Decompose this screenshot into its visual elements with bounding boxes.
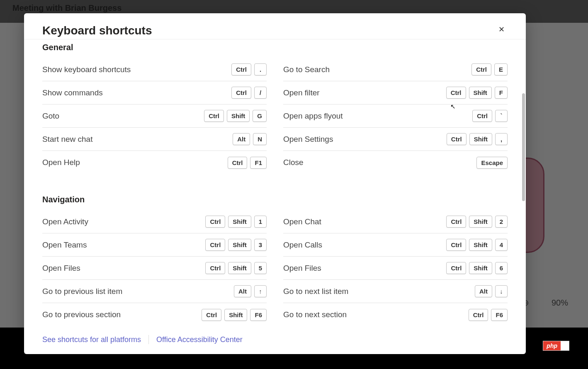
key-badge: E	[494, 63, 508, 75]
shortcut-row: Open FilesCtrlShift5	[42, 257, 267, 280]
shortcut-label: Go to next list item	[283, 287, 348, 296]
key-badge: Ctrl	[446, 262, 466, 274]
key-badge: Shift	[469, 239, 492, 251]
key-badge: Ctrl	[228, 157, 248, 169]
key-badge: Shift	[228, 216, 251, 228]
key-badge: /	[254, 87, 267, 99]
link-all-platforms[interactable]: See shortcuts for all platforms	[42, 335, 141, 344]
key-badge: 2	[495, 216, 508, 228]
key-badge: 5	[254, 262, 267, 274]
shortcut-keys: CtrlShift2	[446, 216, 508, 228]
shortcut-keys: Ctrl`	[472, 110, 508, 122]
shortcut-label: Go to previous list item	[42, 287, 122, 296]
key-badge: Shift	[469, 87, 492, 99]
shortcut-label: Open Chat	[283, 217, 321, 226]
shortcut-label: Open Calls	[283, 240, 322, 250]
key-badge: 4	[495, 239, 508, 251]
shortcut-label: Close	[283, 158, 304, 167]
modal-footer: See shortcuts for all platforms Office A…	[24, 329, 526, 354]
shortcut-row: Open TeamsCtrlShift3	[42, 233, 267, 257]
shortcut-label: Go to previous section	[42, 310, 121, 319]
key-badge: Escape	[476, 157, 508, 169]
shortcut-row: Open filterCtrlShiftF	[283, 81, 508, 104]
shortcut-row: Show keyboard shortcutsCtrl.	[42, 58, 267, 81]
key-badge: Ctrl	[446, 87, 466, 99]
key-badge: Ctrl	[202, 309, 221, 321]
modal-header: Keyboard shortcuts ✕	[24, 13, 526, 39]
key-badge: ,	[495, 133, 508, 145]
key-badge: Shift	[469, 262, 492, 274]
close-icon: ✕	[498, 25, 505, 34]
shortcut-keys: CtrlShift,	[447, 133, 508, 145]
shortcut-row: Go to previous sectionCtrlShiftF6	[42, 303, 267, 326]
shortcut-row: Open ChatCtrlShift2	[283, 210, 508, 233]
key-badge: 6	[495, 262, 508, 274]
key-badge: Ctrl	[446, 216, 466, 228]
key-badge: Ctrl	[472, 110, 492, 122]
shortcut-row: CloseEscape	[283, 151, 508, 174]
key-badge: Shift	[224, 309, 247, 321]
modal-title: Keyboard shortcuts	[42, 24, 152, 37]
scrollbar-thumb[interactable]	[522, 93, 525, 201]
shortcut-label: Show commands	[42, 88, 103, 97]
key-badge: Shift	[469, 133, 492, 145]
shortcut-label: Open Settings	[283, 135, 333, 144]
key-badge: Ctrl	[205, 239, 225, 251]
column-left: Open ActivityCtrlShift1Open TeamsCtrlShi…	[42, 210, 267, 326]
shortcut-keys: CtrlShift4	[446, 239, 508, 251]
key-badge: Ctrl	[446, 239, 466, 251]
key-badge: Shift	[228, 262, 251, 274]
shortcut-keys: CtrlShift3	[205, 239, 267, 251]
shortcut-keys: Escape	[476, 157, 508, 169]
key-badge: Ctrl	[469, 309, 488, 321]
shortcut-label: Show keyboard shortcuts	[42, 65, 131, 74]
key-badge: Shift	[228, 239, 251, 251]
key-badge: F6	[491, 309, 508, 321]
shortcut-label: Open Help	[42, 158, 80, 167]
shortcut-row: Go to next list itemAlt↓	[283, 280, 508, 303]
shortcut-keys: Ctrl.	[231, 63, 267, 75]
shortcut-row: Open apps flyoutCtrl`	[283, 104, 508, 128]
shortcut-label: Open apps flyout	[283, 112, 343, 121]
link-accessibility[interactable]: Office Accessibility Center	[156, 335, 243, 344]
key-badge: Ctrl	[204, 110, 224, 122]
shortcut-row: Go to SearchCtrlE	[283, 58, 508, 81]
shortcut-label: Open Files	[283, 264, 321, 273]
shortcut-keys: CtrlShiftF6	[202, 309, 267, 321]
shortcut-label: Open Activity	[42, 217, 88, 226]
key-badge: ↑	[254, 285, 267, 297]
key-badge: ↓	[495, 285, 508, 297]
column-right: Go to SearchCtrlEOpen filterCtrlShiftFOp…	[283, 58, 508, 174]
close-button[interactable]: ✕	[495, 23, 508, 36]
key-badge: Ctrl	[205, 262, 225, 274]
shortcut-label: Goto	[42, 112, 59, 121]
key-badge: Alt	[233, 133, 250, 145]
shortcut-keys: CtrlShiftG	[204, 110, 267, 122]
key-badge: Alt	[234, 285, 251, 297]
shortcut-row: Start new chatAltN	[42, 128, 267, 151]
key-badge: Shift	[469, 216, 492, 228]
section-navigation: Open ActivityCtrlShift1Open TeamsCtrlShi…	[42, 210, 508, 326]
shortcut-keys: CtrlShift5	[205, 262, 267, 274]
shortcut-keys: Ctrl/	[231, 87, 267, 99]
shortcut-row: Open ActivityCtrlShift1	[42, 210, 267, 233]
shortcut-row: Go to next sectionCtrlF6	[283, 303, 508, 326]
key-badge: Ctrl	[231, 87, 251, 99]
shortcut-row: Open FilesCtrlShift6	[283, 257, 508, 280]
shortcut-label: Start new chat	[42, 135, 92, 144]
key-badge: `	[495, 110, 508, 122]
modal-body: General Show keyboard shortcutsCtrl.Show…	[24, 39, 526, 329]
shortcut-label: Open filter	[283, 88, 320, 97]
section-general: Show keyboard shortcutsCtrl.Show command…	[42, 58, 508, 174]
shortcut-row: Go to previous list itemAlt↑	[42, 280, 267, 303]
key-badge: F1	[250, 157, 267, 169]
shortcut-keys: CtrlF6	[469, 309, 508, 321]
key-badge: Ctrl	[447, 133, 467, 145]
key-badge: F6	[250, 309, 267, 321]
section-title-general: General	[42, 42, 508, 52]
key-badge: Alt	[475, 285, 492, 297]
shortcut-keys: CtrlShift6	[446, 262, 508, 274]
shortcut-keys: CtrlShiftF	[446, 87, 508, 99]
section-title-navigation: Navigation	[42, 195, 508, 204]
column-left: Show keyboard shortcutsCtrl.Show command…	[42, 58, 267, 174]
